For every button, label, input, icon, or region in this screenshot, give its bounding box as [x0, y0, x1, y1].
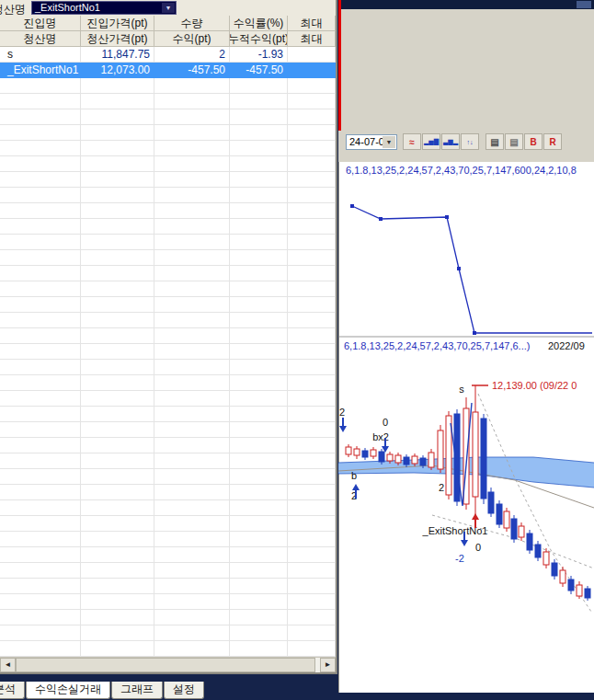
window-control-button[interactable]: [577, 1, 591, 8]
table-cell: [0, 516, 81, 532]
column-header[interactable]: 최대: [288, 16, 336, 31]
table-row-empty[interactable]: [0, 625, 336, 641]
table-cell: [81, 532, 154, 547]
table-row-empty[interactable]: [0, 94, 336, 109]
table-cell: [288, 500, 336, 516]
column-header[interactable]: 청산명: [0, 31, 81, 47]
scrollbar-thumb[interactable]: [16, 658, 315, 672]
table-row-empty[interactable]: [0, 391, 336, 407]
table-row-empty[interactable]: [0, 78, 336, 94]
table-row-empty[interactable]: [0, 516, 336, 532]
exit-filter-value: _ExitShortNo1: [32, 2, 176, 14]
table-row-empty[interactable]: [0, 328, 336, 344]
table-row-empty[interactable]: [0, 469, 336, 485]
table-cell: [288, 266, 336, 281]
table-cell: [154, 328, 230, 344]
table-cell: [81, 313, 154, 328]
table-row-empty[interactable]: [0, 109, 336, 125]
table-cell: [154, 172, 230, 188]
column-header[interactable]: 수량: [154, 16, 230, 31]
table-cell: [0, 125, 81, 141]
table-cell: [0, 641, 81, 657]
table-cell: [154, 594, 230, 610]
table-row-empty[interactable]: [0, 500, 336, 516]
column-header[interactable]: 수익률(%): [230, 16, 288, 31]
table-row-empty[interactable]: [0, 610, 336, 625]
trade-list-topbar: 청산명 _ExitShortNo1 ▼: [0, 0, 336, 16]
table-row-empty[interactable]: [0, 641, 336, 657]
report-edit-icon[interactable]: ▤: [505, 133, 523, 150]
candle-chart-icon[interactable]: ▂▅▇: [422, 133, 440, 150]
scroll-left-button[interactable]: ◄: [0, 658, 16, 672]
tab-수익손실거래[interactable]: 수익손실거래: [26, 682, 110, 699]
table-row-empty[interactable]: [0, 594, 336, 610]
column-header[interactable]: 누적수익(pt): [230, 31, 288, 47]
table-cell: [81, 375, 154, 391]
table-row-empty[interactable]: [0, 344, 336, 360]
red-marker-line: [338, 0, 341, 131]
table-row-empty[interactable]: [0, 532, 336, 547]
table-row-empty[interactable]: [0, 188, 336, 203]
table-row-empty[interactable]: [0, 141, 336, 156]
table-row-empty[interactable]: [0, 297, 336, 313]
column-header[interactable]: 진입명: [0, 16, 81, 31]
table-row-empty[interactable]: [0, 281, 336, 297]
table-row-empty[interactable]: [0, 172, 336, 188]
table-cell: [230, 516, 288, 532]
chevron-down-icon[interactable]: ▼: [383, 136, 395, 148]
horizontal-scrollbar[interactable]: ◄ ►: [0, 657, 336, 672]
column-header[interactable]: 최대: [288, 31, 336, 47]
table-row-empty[interactable]: [0, 266, 336, 281]
tab-분석[interactable]: 분석: [0, 682, 25, 699]
table-cell: [81, 500, 154, 516]
table-cell: [81, 125, 154, 141]
table-row-empty[interactable]: [0, 235, 336, 250]
table-row-empty[interactable]: [0, 203, 336, 219]
table-row-empty[interactable]: [0, 547, 336, 563]
tab-설정[interactable]: 설정: [164, 682, 204, 699]
table-row-empty[interactable]: [0, 422, 336, 438]
table-cell: [81, 297, 154, 313]
table-cell: [154, 109, 230, 125]
line-chart-icon[interactable]: ≈: [403, 133, 421, 150]
table-row-empty[interactable]: [0, 407, 336, 422]
exit-filter-combobox[interactable]: _ExitShortNo1 ▼: [31, 1, 177, 15]
tab-그래프[interactable]: 그래프: [111, 682, 163, 699]
report-icon[interactable]: ▤: [485, 133, 504, 150]
table-cell: [230, 344, 288, 360]
column-header[interactable]: 수익(pt): [154, 31, 230, 47]
date-combobox[interactable]: 24-07-06 ▼: [346, 134, 397, 150]
column-header[interactable]: 진입가격(pt): [81, 16, 154, 31]
table-row-empty[interactable]: [0, 579, 336, 594]
table-row[interactable]: _ExitShortNo112,073.00-457.50-457.50: [0, 63, 336, 78]
table-cell: [230, 500, 288, 516]
table-row-empty[interactable]: [0, 438, 336, 453]
table-row-empty[interactable]: [0, 156, 336, 172]
table-row-empty[interactable]: [0, 125, 336, 141]
table-row-empty[interactable]: [0, 485, 336, 500]
table-cell: [230, 360, 288, 375]
table-cell: [154, 297, 230, 313]
table-row[interactable]: s11,847.752-1.93: [0, 47, 336, 63]
table-row-empty[interactable]: [0, 313, 336, 328]
column-header[interactable]: 청산가격(pt): [81, 31, 154, 47]
bar-chart-icon[interactable]: ▃▆▂: [441, 133, 460, 150]
table-cell: [0, 172, 81, 188]
table-cell: [0, 485, 81, 500]
sort-arrows-icon[interactable]: ↑↓: [461, 133, 479, 150]
table-cell: [230, 641, 288, 657]
table-cell: [154, 407, 230, 422]
table-cell: [154, 563, 230, 579]
report-b-icon[interactable]: B: [524, 133, 543, 150]
table-row-empty[interactable]: [0, 563, 336, 579]
table-row-empty[interactable]: [0, 250, 336, 266]
table-row-empty[interactable]: [0, 453, 336, 469]
scroll-right-button[interactable]: ►: [320, 658, 336, 672]
table-row-empty[interactable]: [0, 360, 336, 375]
table-cell: [230, 422, 288, 438]
table-cell: [288, 407, 336, 422]
table-row-empty[interactable]: [0, 219, 336, 235]
chevron-down-icon[interactable]: ▼: [162, 3, 175, 13]
table-row-empty[interactable]: [0, 375, 336, 391]
report-r-icon[interactable]: R: [543, 133, 562, 150]
